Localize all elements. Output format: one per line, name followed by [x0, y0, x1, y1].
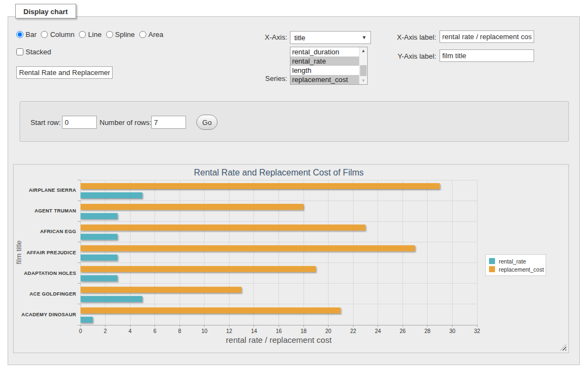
svg-text:8: 8 [178, 328, 181, 334]
svg-text:film title: film title [15, 240, 23, 264]
radio-spline[interactable] [106, 31, 113, 38]
svg-text:22: 22 [350, 328, 357, 334]
series-options: rental_durationrental_ratelengthreplacem… [290, 47, 359, 84]
stacked-option[interactable]: Stacked [16, 48, 51, 56]
num-rows-input[interactable] [151, 116, 186, 129]
x-axis-select[interactable]: title ▼ [290, 31, 371, 44]
radio-column[interactable] [41, 31, 48, 38]
chart-container: 02468101214161820222426283032AIRPLANE SI… [13, 164, 569, 353]
svg-text:Rental Rate and Replacement Co: Rental Rate and Replacement Cost of Film… [194, 168, 363, 177]
series-option-length[interactable]: length [290, 66, 359, 75]
chart-type-option-spline[interactable]: Spline [106, 30, 135, 39]
radio-label: Bar [26, 30, 36, 39]
svg-text:ADAPTATION HOLES: ADAPTATION HOLES [24, 271, 76, 276]
svg-text:AFFAIR PREJUDICE: AFFAIR PREJUDICE [27, 250, 76, 255]
legend-item-rental_rate[interactable]: rental_rate [489, 257, 542, 265]
radio-label: Spline [115, 30, 135, 39]
chart-type-option-area[interactable]: Area [139, 30, 163, 39]
radio-label: Area [148, 30, 163, 39]
stacked-label: Stacked [26, 48, 51, 56]
radio-label: Line [88, 30, 102, 39]
x-axis-label-input[interactable] [440, 30, 534, 43]
svg-text:20: 20 [325, 328, 332, 334]
legend-label: rental_rate [499, 258, 526, 265]
radio-area[interactable] [139, 31, 146, 38]
legend-swatch-icon [489, 258, 495, 264]
svg-text:4: 4 [128, 328, 132, 334]
go-button[interactable]: Go [196, 115, 218, 130]
svg-text:14: 14 [251, 328, 257, 334]
svg-text:16: 16 [276, 328, 282, 334]
svg-text:2: 2 [104, 328, 107, 334]
chart-title-input[interactable] [16, 66, 113, 79]
svg-text:18: 18 [301, 328, 307, 334]
scroll-down-icon[interactable]: ▼ [360, 77, 367, 84]
y-axis-label-input[interactable] [440, 49, 534, 62]
x-axis-select-label: X-Axis: [244, 33, 287, 41]
legend-item-replacement_cost[interactable]: replacement_cost [489, 265, 542, 273]
scrollbar-thumb[interactable] [360, 65, 367, 76]
stacked-checkbox[interactable] [16, 48, 23, 55]
start-row-input[interactable] [62, 116, 97, 129]
svg-text:30: 30 [449, 328, 456, 334]
svg-text:26: 26 [400, 328, 406, 334]
radio-line[interactable] [79, 31, 86, 38]
series-option-rental_rate[interactable]: rental_rate [290, 57, 359, 66]
svg-text:6: 6 [153, 328, 157, 334]
chevron-down-icon: ▼ [362, 35, 367, 40]
chart-type-option-line[interactable]: Line [79, 30, 102, 39]
chart-type-option-column[interactable]: Column [41, 30, 75, 39]
legend-label: replacement_cost [499, 266, 544, 273]
svg-text:AGENT TRUMAN: AGENT TRUMAN [34, 208, 76, 214]
svg-text:ACADEMY DINOSAUR: ACADEMY DINOSAUR [21, 312, 76, 317]
radio-label: Column [50, 30, 75, 39]
svg-text:28: 28 [424, 328, 431, 334]
num-rows-label: Number of rows: [100, 118, 151, 127]
chart-type-radios: BarColumnLineSplineArea [16, 30, 163, 39]
rows-panel: Start row: Number of rows: Go [20, 101, 569, 142]
y-axis-label-label: Y-Axis label: [387, 52, 436, 60]
series-scrollbar[interactable]: ▲ ▼ [359, 47, 367, 84]
start-row-label: Start row: [30, 118, 61, 127]
chart-legend: rental_ratereplacement_cost [485, 254, 546, 276]
svg-text:ACE GOLDFINGER: ACE GOLDFINGER [29, 291, 76, 297]
x-axis-selected-value: title [294, 34, 305, 42]
scroll-up-icon[interactable]: ▲ [360, 47, 367, 54]
x-axis-label-label: X-Axis label: [387, 33, 436, 41]
series-select-label: Series: [244, 74, 287, 83]
legend-swatch-icon [489, 266, 495, 272]
svg-text:rental rate / replacement cost: rental rate / replacement cost [226, 335, 332, 344]
svg-text:AFRICAN EGG: AFRICAN EGG [40, 229, 76, 234]
series-option-replacement_cost[interactable]: replacement_cost [290, 75, 359, 84]
svg-text:12: 12 [226, 328, 233, 334]
svg-text:0: 0 [79, 328, 82, 334]
radio-bar[interactable] [16, 31, 23, 38]
svg-text:32: 32 [474, 328, 480, 334]
panel-title: Display chart [15, 4, 76, 18]
svg-text:AIRPLANE SIERRA: AIRPLANE SIERRA [29, 187, 76, 193]
svg-text:24: 24 [375, 328, 381, 334]
svg-text:10: 10 [201, 328, 208, 334]
chart-type-option-bar[interactable]: Bar [16, 30, 36, 39]
series-option-rental_duration[interactable]: rental_duration [290, 47, 359, 57]
series-listbox[interactable]: rental_durationrental_ratelengthreplacem… [290, 47, 368, 85]
